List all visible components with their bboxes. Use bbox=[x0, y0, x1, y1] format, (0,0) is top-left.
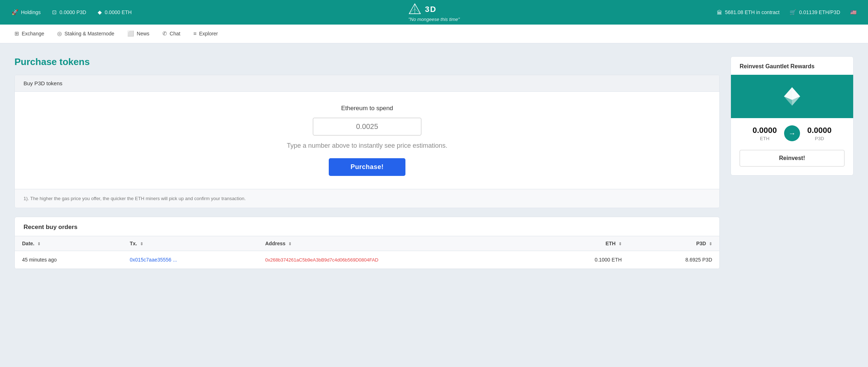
top-bar-center: 3D "No mongeese this time" bbox=[408, 3, 460, 22]
col-tx[interactable]: Tx. ⇕ bbox=[123, 236, 258, 251]
col-address-label: Address bbox=[265, 241, 285, 246]
chat-icon: ✆ bbox=[162, 30, 167, 37]
orders-table: Date. ⇕ Tx. ⇕ Address ⇕ ETH bbox=[15, 236, 719, 269]
table-row: 45 minutes ago 0x015c7aae35556 ... 0x268… bbox=[15, 251, 719, 269]
purchase-card-body: Ethereum to spend Type a number above to… bbox=[15, 92, 719, 189]
reinvest-amounts: 0.0000 ETH → 0.0000 P3D bbox=[731, 118, 853, 144]
nav-exchange-label: Exchange bbox=[22, 31, 44, 36]
logo-svg bbox=[408, 3, 421, 16]
p3d-balance: 0.0000 P3D bbox=[59, 9, 86, 15]
col-date-label: Date. bbox=[22, 241, 34, 246]
row-p3d: 8.6925 P3D bbox=[629, 251, 719, 269]
p3d-amount-value: 0.0000 bbox=[807, 126, 831, 135]
logo-title: 3D bbox=[408, 3, 460, 16]
svg-line-3 bbox=[409, 4, 415, 14]
flag-icon: 🇺🇸 bbox=[850, 9, 856, 15]
nav-staking-label: Staking & Masternode bbox=[64, 31, 114, 36]
estimation-text: Type a number above to instantly see pri… bbox=[24, 142, 711, 150]
main-content: Purchase tokens Buy P3D tokens Ethereum … bbox=[0, 43, 868, 282]
recent-orders: Recent buy orders Date. ⇕ Tx. ⇕ Addres bbox=[14, 217, 720, 269]
p3d-balance-item: ⊡ 0.0000 P3D bbox=[52, 9, 86, 16]
col-p3d-label: P3D bbox=[696, 241, 706, 246]
svg-line-6 bbox=[415, 9, 421, 13]
rocket-icon: 🚀 bbox=[12, 9, 18, 16]
exchange-icon: ⊞ bbox=[14, 30, 19, 37]
svg-line-5 bbox=[409, 9, 415, 13]
nav-explorer[interactable]: ≡ Explorer bbox=[193, 25, 218, 42]
orders-table-header-row: Date. ⇕ Tx. ⇕ Address ⇕ ETH bbox=[15, 236, 719, 251]
contract-eth-value: 5681.08 ETH in contract bbox=[725, 9, 779, 15]
top-bar-left: 🚀 Holdings ⊡ 0.0000 P3D ◆ 0.0000 ETH bbox=[12, 9, 132, 16]
eth-amount-block: 0.0000 ETH bbox=[753, 126, 777, 141]
p3d-amount-label: P3D bbox=[807, 136, 831, 141]
p3d-amount-block: 0.0000 P3D bbox=[807, 126, 831, 141]
svg-line-4 bbox=[415, 4, 421, 14]
price-value: 0.01139 ETH/P3D bbox=[799, 9, 840, 15]
eth-label: Ethereum to spend bbox=[24, 105, 711, 112]
explorer-icon: ≡ bbox=[193, 30, 197, 36]
eth-input[interactable] bbox=[313, 118, 421, 135]
purchase-button[interactable]: Purchase! bbox=[329, 158, 405, 176]
flag-item: 🇺🇸 bbox=[850, 9, 856, 15]
nav-news[interactable]: ⬜ News bbox=[127, 25, 149, 43]
nav-chat[interactable]: ✆ Chat bbox=[162, 25, 180, 43]
contract-eth: 🏛 5681.08 ETH in contract bbox=[717, 9, 779, 16]
purchase-card-footer: 1). The higher the gas price you offer, … bbox=[15, 189, 719, 208]
right-panel: Reinvest Gauntlet Rewards 0.0000 ETH → bbox=[731, 56, 854, 176]
price-item: 🛒 0.01139 ETH/P3D bbox=[790, 9, 840, 16]
holdings-label: Holdings bbox=[21, 9, 41, 15]
sort-address-icon: ⇕ bbox=[288, 242, 292, 246]
top-bar-right: 🏛 5681.08 ETH in contract 🛒 0.01139 ETH/… bbox=[717, 9, 856, 16]
nav-exchange[interactable]: ⊞ Exchange bbox=[14, 25, 44, 43]
page-title: Purchase tokens bbox=[14, 56, 720, 68]
eth-amount-label: ETH bbox=[753, 136, 777, 141]
tx-link[interactable]: 0x015c7aae35556 ... bbox=[130, 257, 177, 263]
row-date: 45 minutes ago bbox=[15, 251, 123, 269]
eth-icon: ◆ bbox=[98, 9, 102, 16]
col-address[interactable]: Address ⇕ bbox=[258, 236, 538, 251]
row-address: 0x268b374261aC5b9eA3bB9d7c4d06b569D0804F… bbox=[258, 251, 538, 269]
eth-balance: 0.0000 ETH bbox=[105, 9, 132, 15]
eth-balance-item: ◆ 0.0000 ETH bbox=[98, 9, 132, 16]
col-p3d[interactable]: P3D ⇕ bbox=[629, 236, 719, 251]
reinvest-button[interactable]: Reinvest! bbox=[740, 150, 844, 167]
reinvest-eth-banner bbox=[731, 75, 853, 118]
sort-date-icon: ⇕ bbox=[37, 242, 41, 246]
row-tx: 0x015c7aae35556 ... bbox=[123, 251, 258, 269]
svg-marker-11 bbox=[784, 87, 792, 100]
recent-orders-header: Recent buy orders bbox=[15, 217, 719, 236]
sort-tx-icon: ⇕ bbox=[140, 242, 143, 246]
eth-amount-value: 0.0000 bbox=[753, 126, 777, 135]
sort-p3d-icon: ⇕ bbox=[709, 242, 712, 246]
nav-bar: ⊞ Exchange ◎ Staking & Masternode ⬜ News… bbox=[0, 25, 868, 43]
nav-news-label: News bbox=[137, 31, 149, 36]
svg-marker-10 bbox=[792, 87, 800, 100]
nav-chat-label: Chat bbox=[170, 31, 180, 36]
news-icon: ⬜ bbox=[127, 30, 134, 37]
col-date[interactable]: Date. ⇕ bbox=[15, 236, 123, 251]
nav-staking[interactable]: ◎ Staking & Masternode bbox=[57, 25, 114, 43]
reinvest-card: Reinvest Gauntlet Rewards 0.0000 ETH → bbox=[731, 56, 854, 176]
left-panel: Purchase tokens Buy P3D tokens Ethereum … bbox=[14, 56, 720, 269]
row-eth: 0.1000 ETH bbox=[538, 251, 629, 269]
staking-icon: ◎ bbox=[57, 30, 62, 37]
col-eth[interactable]: ETH ⇕ bbox=[538, 236, 629, 251]
purchase-card: Buy P3D tokens Ethereum to spend Type a … bbox=[14, 75, 720, 208]
p3d-icon: ⊡ bbox=[52, 9, 57, 16]
purchase-card-header: Buy P3D tokens bbox=[15, 75, 719, 92]
col-tx-label: Tx. bbox=[130, 241, 137, 246]
tagline: "No mongeese this time" bbox=[408, 17, 460, 22]
eth-diamond-icon bbox=[780, 85, 804, 108]
logo-text: 3D bbox=[425, 5, 437, 14]
arrow-circle: → bbox=[784, 125, 800, 141]
col-eth-label: ETH bbox=[605, 241, 616, 246]
top-bar: 🚀 Holdings ⊡ 0.0000 P3D ◆ 0.0000 ETH 3D bbox=[0, 0, 868, 25]
holdings-item[interactable]: 🚀 Holdings bbox=[12, 9, 41, 16]
nav-explorer-label: Explorer bbox=[199, 31, 218, 36]
bank-icon: 🏛 bbox=[717, 9, 722, 16]
reinvest-card-title: Reinvest Gauntlet Rewards bbox=[731, 57, 853, 75]
reinvest-btn-container: Reinvest! bbox=[731, 144, 853, 175]
cart-icon: 🛒 bbox=[790, 9, 796, 16]
sort-eth-icon: ⇕ bbox=[618, 242, 622, 246]
address-link[interactable]: 0x268b374261aC5b9eA3bB9d7c4d06b569D0804F… bbox=[265, 257, 378, 263]
